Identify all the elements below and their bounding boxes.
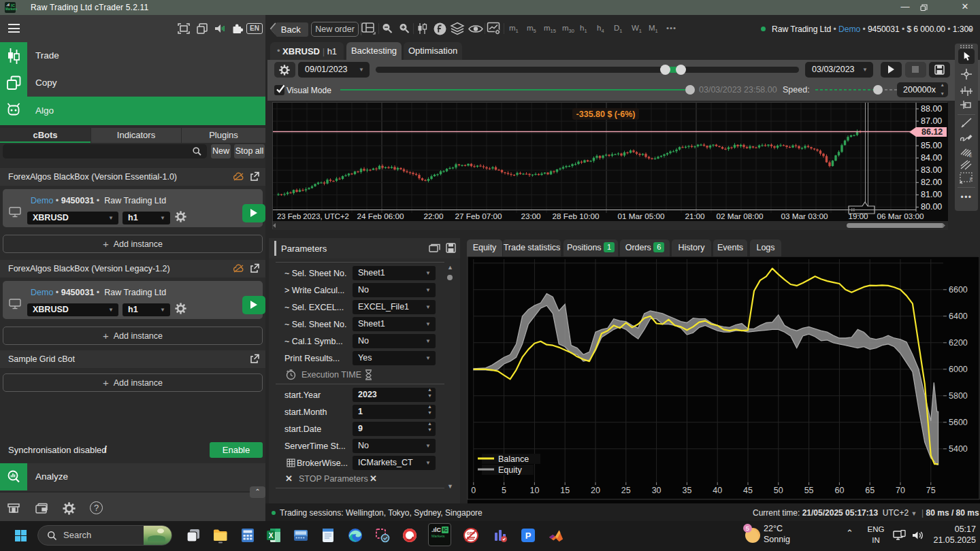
svg-text:15: 15 <box>560 486 570 495</box>
svg-text:35: 35 <box>682 486 691 495</box>
svg-text:02 Mar 08:00: 02 Mar 08:00 <box>717 212 764 220</box>
svg-text:82.00: 82.00 <box>921 178 942 187</box>
svg-text:6000: 6000 <box>949 365 968 374</box>
svg-text:Balance: Balance <box>498 454 529 464</box>
svg-text:24 Feb 06:00: 24 Feb 06:00 <box>357 212 404 220</box>
svg-text:40: 40 <box>713 486 722 495</box>
svg-text:86.12: 86.12 <box>921 127 943 137</box>
svg-text:F: F <box>970 177 973 182</box>
svg-text:20: 20 <box>591 486 600 495</box>
svg-text:50: 50 <box>774 486 783 495</box>
svg-text:6400: 6400 <box>949 312 968 321</box>
svg-text:5600: 5600 <box>949 418 968 427</box>
svg-text:X: X <box>269 532 274 539</box>
svg-text:P: P <box>525 531 532 541</box>
svg-text:83.00: 83.00 <box>921 165 942 175</box>
svg-text:5400: 5400 <box>949 444 968 454</box>
svg-text:23:00: 23:00 <box>521 212 541 220</box>
svg-text:27 Feb 07:00: 27 Feb 07:00 <box>455 212 502 220</box>
svg-text:84.00: 84.00 <box>921 153 942 163</box>
svg-text:21:00: 21:00 <box>685 212 705 220</box>
svg-text:10: 10 <box>529 486 539 495</box>
svg-text:88.00: 88.00 <box>921 104 942 114</box>
svg-text:-335.80 $ (-6%): -335.80 $ (-6%) <box>576 110 636 119</box>
svg-text:85.00: 85.00 <box>921 141 942 150</box>
svg-text:60: 60 <box>834 486 844 495</box>
svg-text:01 Mar 05:00: 01 Mar 05:00 <box>618 212 665 220</box>
svg-text:E: E <box>969 153 973 158</box>
svg-text:70: 70 <box>896 486 905 495</box>
svg-text:6200: 6200 <box>949 338 968 348</box>
svg-text:6600: 6600 <box>949 285 968 295</box>
svg-text:03 Mar 03:00: 03 Mar 03:00 <box>781 212 828 220</box>
svg-text:19:00: 19:00 <box>848 212 868 220</box>
svg-text:55: 55 <box>804 486 814 495</box>
svg-text:75: 75 <box>926 486 936 495</box>
svg-text:25: 25 <box>621 486 631 495</box>
svg-text:0: 0 <box>471 486 476 495</box>
svg-text:Equity: Equity <box>498 465 522 475</box>
svg-text:87.00: 87.00 <box>921 116 942 126</box>
svg-text:23 Feb 2023, UTC+2: 23 Feb 2023, UTC+2 <box>277 212 349 220</box>
svg-text:65: 65 <box>865 486 875 495</box>
svg-text:80.00: 80.00 <box>921 202 942 212</box>
svg-text:30: 30 <box>652 486 662 495</box>
svg-text:81.00: 81.00 <box>921 190 942 199</box>
svg-text:45: 45 <box>743 486 753 495</box>
svg-text:06 Mar 03:00: 06 Mar 03:00 <box>877 212 924 220</box>
svg-text:22:00: 22:00 <box>423 212 444 220</box>
svg-text:28 Feb 10:00: 28 Feb 10:00 <box>553 212 600 220</box>
svg-text:5: 5 <box>502 486 506 495</box>
svg-text:5800: 5800 <box>949 391 968 401</box>
